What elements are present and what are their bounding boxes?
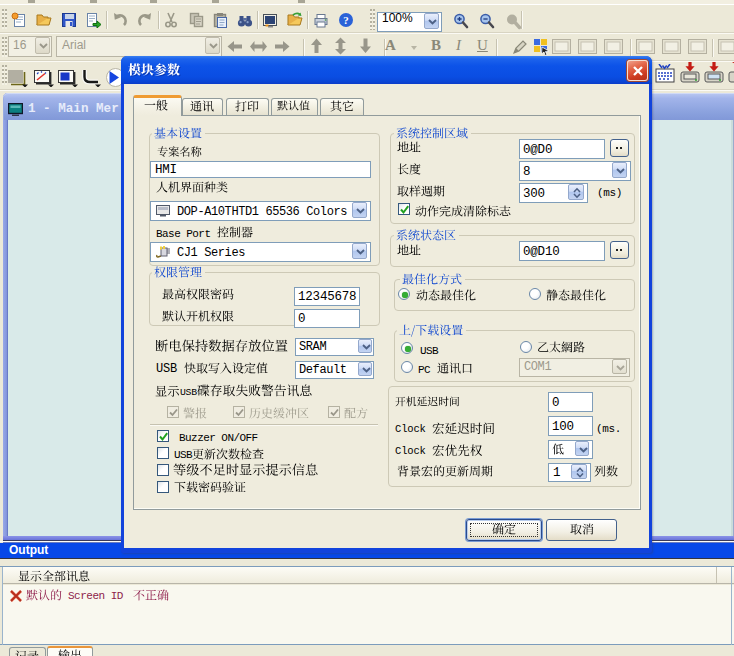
svg-text:?: ?	[343, 14, 349, 26]
